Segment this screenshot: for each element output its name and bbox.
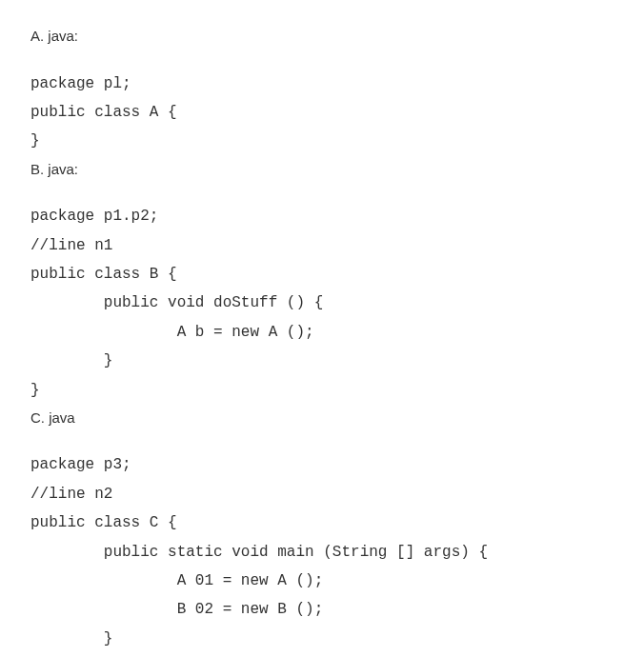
spacer xyxy=(30,183,614,202)
spacer xyxy=(30,50,614,70)
section-c-code: package p3; //line n2 public class C { p… xyxy=(30,450,614,657)
section-c-label: C. java xyxy=(30,405,614,432)
section-a-label: A. java: xyxy=(30,23,614,50)
section-b-code: package p1.p2; //line n1 public class B … xyxy=(30,202,614,405)
spacer xyxy=(30,431,614,450)
section-b-label: B. java: xyxy=(30,156,614,184)
section-a-code: package pl; public class A { } xyxy=(30,70,614,156)
